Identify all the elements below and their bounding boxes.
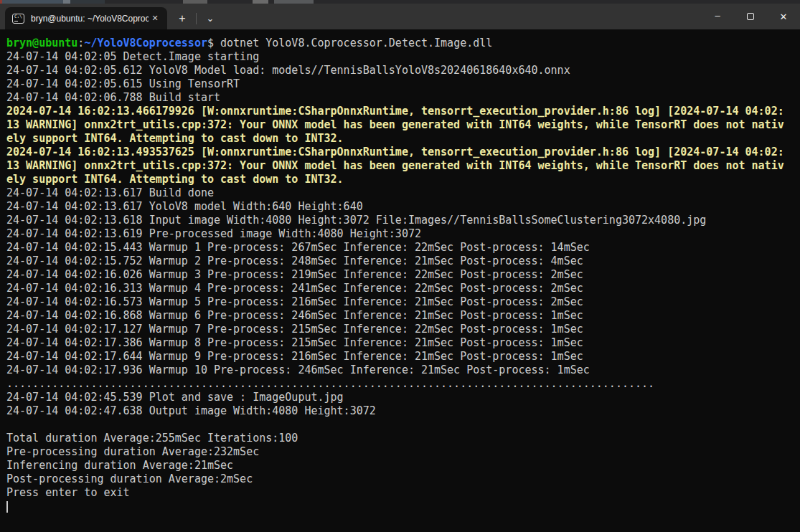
maximize-button[interactable] (734, 4, 767, 29)
terminal-icon (12, 14, 24, 24)
new-tab-button[interactable]: + (171, 8, 193, 29)
terminal-content[interactable]: bryn@ubuntu:~/YoloV8Coprocessor$ dotnet … (0, 29, 800, 532)
terminal-line: 24-07-14 04:02:16.313 Warmup 4 Pre-proce… (6, 282, 800, 295)
terminal-line: 2024-07-14 16:02:13.466179926 [W:onnxrun… (6, 105, 800, 118)
text-cursor (6, 501, 8, 513)
terminal-line: 24-07-14 04:02:05.612 YoloV8 Model load:… (6, 64, 800, 77)
tab-close-icon[interactable]: ✕ (149, 12, 161, 25)
tab-dropdown-button[interactable]: ⌄ (199, 8, 221, 29)
titlebar: bryn@ubuntu: ~/YoloV8Coprocessor ✕ + ⌄ –… (0, 4, 800, 29)
terminal-line: ........................................… (6, 377, 800, 391)
terminal-line (6, 500, 800, 513)
terminal-line: 24-07-14 04:02:17.127 Warmup 7 Pre-proce… (6, 323, 800, 336)
terminal-line: 24-07-14 04:02:06.788 Build start (6, 91, 800, 105)
terminal-line (6, 418, 800, 432)
tab-title: bryn@ubuntu: ~/YoloV8Coprocessor (31, 14, 149, 24)
terminal-line: 24-07-14 04:02:47.638 Output image Width… (6, 404, 800, 418)
terminal-line: ely support INT64. Attempting to cast do… (6, 173, 800, 186)
close-button[interactable]: ✕ (767, 4, 800, 29)
terminal-line: 24-07-14 04:02:05.615 Using TensorRT (6, 77, 800, 91)
terminal-line: 24-07-14 04:02:13.619 Pre-processed imag… (6, 227, 800, 241)
window-controls: – ✕ (701, 4, 800, 29)
terminal-line: 24-07-14 04:02:17.386 Warmup 8 Pre-proce… (6, 336, 800, 350)
terminal-line: 24-07-14 04:02:16.868 Warmup 6 Pre-proce… (6, 309, 800, 323)
tabbar-separator (196, 13, 197, 24)
terminal-line: Press enter to exit (6, 486, 800, 500)
terminal-line: Post-processing duration Average:2mSec (6, 472, 800, 486)
terminal-line: 24-07-14 04:02:45.539 Plot and save : Im… (6, 391, 800, 404)
terminal-line: 24-07-14 04:02:17.644 Warmup 9 Pre-proce… (6, 350, 800, 364)
terminal-line: 24-07-14 04:02:13.617 Build done (6, 186, 800, 200)
terminal-line: 24-07-14 04:02:15.752 Warmup 2 Pre-proce… (6, 255, 800, 268)
terminal-line: 24-07-14 04:02:13.618 Input image Width:… (6, 214, 800, 227)
maximize-icon (747, 13, 754, 20)
terminal-line: 24-07-14 04:02:15.443 Warmup 1 Pre-proce… (6, 241, 800, 255)
terminal-line: Pre-processing duration Average:232mSec (6, 445, 800, 459)
terminal-line: 24-07-14 04:02:17.936 Warmup 10 Pre-proc… (6, 364, 800, 377)
terminal-line: 24-07-14 04:02:13.617 YoloV8 model Width… (6, 200, 800, 214)
tab-bryn-ubuntu[interactable]: bryn@ubuntu: ~/YoloV8Coprocessor ✕ (5, 7, 167, 29)
terminal-line: 24-07-14 04:02:05 Detect.Image starting (6, 50, 800, 64)
terminal-line: 13 WARNING] onnx2trt_utils.cpp:372: Your… (6, 118, 800, 132)
terminal-line: ely support INT64. Attempting to cast do… (6, 132, 800, 146)
terminal-line: 2024-07-14 16:02:13.493537625 [W:onnxrun… (6, 146, 800, 159)
terminal-line: Inferencing duration Average:21mSec (6, 459, 800, 472)
terminal-line: bryn@ubuntu:~/YoloV8Coprocessor$ dotnet … (6, 37, 800, 50)
terminal-line: 13 WARNING] onnx2trt_utils.cpp:372: Your… (6, 159, 800, 173)
minimize-button[interactable]: – (701, 4, 734, 29)
terminal-line: Total duration Average:255mSec Iteration… (6, 432, 800, 445)
terminal-line: 24-07-14 04:02:16.573 Warmup 5 Pre-proce… (6, 295, 800, 309)
terminal-line: 24-07-14 04:02:16.026 Warmup 3 Pre-proce… (6, 268, 800, 282)
